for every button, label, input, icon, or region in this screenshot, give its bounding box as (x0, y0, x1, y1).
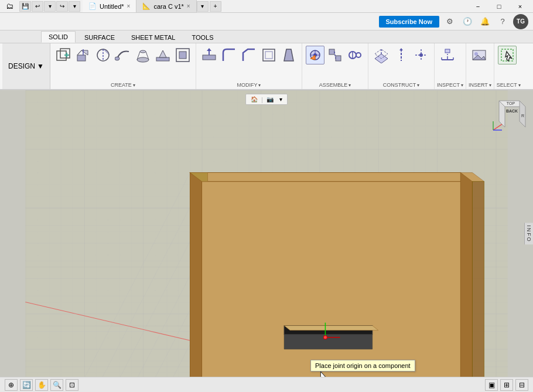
svg-marker-23 (284, 49, 293, 61)
select-chevron: ▾ (518, 83, 521, 88)
svg-point-42 (419, 53, 423, 57)
modify-tools (199, 43, 299, 64)
bottom-right-tools: ▣ ⊞ ⊟ (485, 379, 528, 391)
drive-button[interactable] (346, 46, 364, 64)
modify-label[interactable]: MODIFY ▾ (199, 81, 299, 89)
info-panel-label[interactable]: INFO (524, 223, 533, 245)
tab-cara[interactable]: 📐 cara C v1* × (136, 0, 196, 12)
undo-button[interactable]: ↩ (32, 1, 43, 12)
svg-rect-1 (60, 49, 70, 58)
tab-tools[interactable]: TOOLS (184, 32, 221, 43)
svg-point-33 (356, 53, 361, 57)
extrude-button[interactable] (74, 46, 93, 64)
new-component-button[interactable] (54, 46, 73, 64)
tab-surface[interactable]: SURFACE (77, 32, 122, 43)
svg-text:TOP: TOP (507, 101, 515, 105)
draft-button[interactable] (279, 46, 298, 64)
tab-bar: 🗂 💾 ↩ ▾ ↪ ▾ 📄 Untitled* × 📐 cara C v1* ×… (2, 0, 467, 12)
close-button[interactable]: × (510, 0, 531, 13)
shell-button[interactable] (259, 46, 278, 64)
ribbon: DESIGN ▼ (0, 43, 533, 90)
insert-tools (469, 43, 491, 64)
orbit-button[interactable]: 🔄 (20, 379, 33, 391)
svg-rect-21 (263, 49, 275, 61)
window-controls: − □ × (467, 0, 531, 13)
assemble-label[interactable]: ASSEMBLE ▾ (305, 81, 365, 89)
construct-label[interactable]: CONSTRUCT ▾ (371, 81, 432, 89)
new-tab-button[interactable]: + (210, 1, 221, 12)
snap-button[interactable]: ⊟ (515, 379, 528, 391)
history-icon-btn[interactable]: 🕐 (460, 15, 474, 29)
joint-button[interactable] (306, 46, 324, 64)
ribbon-tabs: SOLID SURFACE SHEET METAL TOOLS (0, 30, 533, 43)
grid-button[interactable]: ⊞ (500, 379, 513, 391)
view-display-button[interactable]: ▾ (277, 96, 285, 103)
redo-button[interactable]: ↪ (56, 1, 68, 12)
tab-list-button[interactable]: ▾ (197, 1, 209, 12)
pan-button[interactable]: ✋ (35, 379, 48, 391)
view-home-button[interactable]: 🏠 (248, 96, 260, 103)
svg-text:BACK: BACK (506, 109, 518, 113)
save-button[interactable]: 💾 (19, 1, 31, 12)
svg-marker-95 (284, 326, 378, 330)
svg-rect-29 (329, 49, 334, 54)
settings-icon-btn[interactable]: ⚙ (443, 15, 457, 29)
display-mode-button[interactable]: ▣ (485, 379, 498, 391)
revolve-button[interactable] (94, 46, 112, 64)
chamfer-button[interactable] (240, 46, 258, 64)
offset-plane-button[interactable] (372, 46, 391, 64)
nav-cube-button[interactable]: ⊕ (5, 379, 18, 391)
select-label[interactable]: SELECT ▾ (497, 81, 521, 89)
tab-untitled[interactable]: 📄 Untitled* × (83, 0, 136, 12)
view-cube[interactable]: TOP R BACK (487, 95, 528, 136)
title-bar: 🗂 💾 ↩ ▾ ↪ ▾ 📄 Untitled* × 📐 cara C v1* ×… (0, 0, 533, 13)
tab-sheet-metal[interactable]: SHEET METAL (124, 32, 183, 43)
notifications-icon-btn[interactable]: 🔔 (478, 15, 492, 29)
loft-button[interactable] (134, 46, 152, 64)
inspect-label[interactable]: INSPECT ▾ (437, 81, 463, 89)
insert-image-button[interactable] (470, 46, 488, 64)
tab-solid[interactable]: SOLID (41, 31, 76, 43)
svg-point-99 (323, 336, 327, 339)
subscribe-button[interactable]: Subscribe Now (379, 16, 439, 28)
svg-rect-14 (156, 57, 169, 61)
minimize-button[interactable]: − (467, 0, 488, 13)
axis-button[interactable] (392, 46, 411, 64)
svg-rect-30 (336, 56, 341, 61)
close-tab-1[interactable]: × (127, 3, 131, 9)
design-label: DESIGN (8, 62, 35, 70)
redo-dropdown[interactable]: ▾ (69, 1, 80, 12)
fit-button[interactable]: ⊡ (66, 379, 78, 391)
insert-chevron: ▾ (489, 83, 491, 88)
design-dropdown[interactable]: DESIGN ▼ (2, 43, 50, 89)
construct-section: CONSTRUCT ▾ (368, 43, 435, 89)
top-bar: Subscribe Now ⚙ 🕐 🔔 ? TG (0, 13, 533, 30)
undo-dropdown[interactable]: ▾ (44, 1, 56, 12)
assemble-section: ASSEMBLE ▾ (302, 43, 368, 89)
svg-point-50 (474, 52, 478, 56)
user-avatar[interactable]: TG (513, 14, 528, 29)
rib-button[interactable] (153, 46, 172, 64)
sweep-button[interactable] (114, 46, 132, 64)
view-controls: 🏠 | 📷 ▾ (245, 94, 288, 105)
svg-text:R: R (521, 114, 524, 118)
insert-label[interactable]: INSERT ▾ (469, 81, 491, 89)
measure-button[interactable] (438, 46, 457, 64)
rigid-group-button[interactable] (326, 46, 344, 64)
view-camera-button[interactable]: 📷 (264, 96, 276, 103)
svg-rect-17 (179, 52, 186, 59)
help-icon-btn[interactable]: ? (496, 15, 510, 29)
maximize-button[interactable]: □ (488, 0, 510, 13)
svg-marker-90 (472, 182, 484, 377)
press-pull-button[interactable] (200, 46, 218, 64)
viewport[interactable]: 🏠 | 📷 ▾ TOP R BACK (0, 90, 533, 377)
create-label[interactable]: CREATE ▾ (53, 81, 193, 89)
select-button[interactable] (498, 46, 517, 64)
fillet-button[interactable] (220, 46, 238, 64)
svg-rect-18 (203, 55, 216, 60)
web-button[interactable] (173, 46, 192, 64)
svg-marker-94 (284, 335, 373, 349)
zoom-button[interactable]: 🔍 (50, 379, 63, 391)
close-tab-2[interactable]: × (187, 3, 190, 9)
point-button[interactable] (412, 46, 430, 64)
